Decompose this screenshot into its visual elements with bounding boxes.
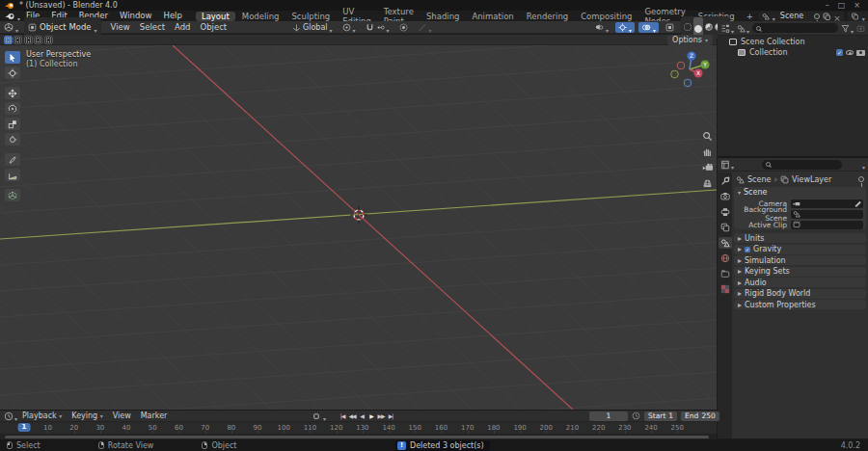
properties-search-input[interactable] — [762, 160, 842, 170]
jump-to-end-button[interactable]: ▶| — [386, 411, 395, 421]
xray-toggle[interactable] — [663, 22, 677, 33]
tool-move[interactable] — [4, 86, 21, 100]
camera-icon[interactable] — [856, 50, 865, 56]
select-mode-subtract[interactable] — [24, 36, 33, 44]
play-reverse-button[interactable]: ◀ — [357, 411, 366, 421]
workspace-tab[interactable]: Modeling — [236, 12, 285, 21]
status-report-message[interactable]: Deleted 3 object(s) — [395, 440, 490, 451]
perspective-icon[interactable] — [701, 176, 714, 189]
new-scene-button[interactable] — [823, 13, 830, 20]
pin-icon[interactable] — [814, 13, 820, 19]
proportional-editing-toggle[interactable] — [396, 22, 411, 33]
workspace-tab[interactable]: Animation — [466, 12, 519, 21]
tab-scene[interactable] — [719, 237, 732, 249]
select-mode-invert[interactable] — [34, 36, 42, 44]
tool-rotate[interactable] — [4, 101, 21, 116]
3d-viewport[interactable]: User Perspective (1) Collection — [0, 45, 717, 410]
outliner-search-input[interactable] — [752, 23, 838, 33]
proportional-falloff-selector[interactable] — [415, 22, 435, 33]
viewport-menu-item[interactable]: Select — [135, 21, 170, 34]
tab-output[interactable] — [719, 206, 732, 218]
workspace-tab[interactable]: Shading — [420, 12, 466, 21]
options-button[interactable]: Options — [667, 35, 713, 45]
timeline-ruler[interactable]: 1 10203040506070809010011012013014015016… — [0, 422, 717, 434]
next-keyframe-button[interactable]: ▶▶ — [376, 411, 386, 421]
menu-item[interactable]: Window — [114, 11, 158, 21]
tab-texture[interactable] — [719, 283, 732, 295]
tab-render[interactable] — [719, 191, 732, 202]
eyedropper-icon[interactable] — [854, 200, 861, 207]
collection-checkbox[interactable] — [836, 49, 843, 56]
collapsed-panel[interactable]: Simulation — [734, 255, 866, 265]
breadcrumb-view-layer[interactable]: ViewLayer — [792, 175, 831, 184]
camera-view-icon[interactable] — [701, 161, 714, 173]
camera-field[interactable] — [791, 199, 863, 208]
collapsed-panel[interactable]: Keying Sets — [734, 267, 866, 277]
jump-to-start-button[interactable]: |◀ — [338, 411, 347, 421]
viewport-menu-item[interactable]: Add — [170, 21, 195, 34]
pivot-point-selector[interactable] — [339, 22, 359, 33]
panel-checkbox[interactable] — [745, 247, 750, 252]
outliner-filter-scene-button[interactable] — [737, 19, 749, 38]
start-frame-field[interactable]: Start1 — [644, 411, 677, 421]
preview-range-clock-icon[interactable] — [632, 411, 640, 420]
tool-measure[interactable] — [4, 168, 21, 182]
playhead[interactable]: 1 — [18, 423, 31, 432]
outliner-row-collection[interactable]: Collection — [718, 48, 868, 57]
tool-cursor[interactable] — [4, 66, 21, 80]
tab-tool[interactable] — [719, 175, 732, 187]
transform-orientation-selector[interactable]: Global — [289, 22, 336, 33]
shading-material-icon[interactable] — [705, 23, 713, 31]
workspace-tab[interactable]: Rendering — [521, 12, 574, 21]
tab-world[interactable] — [719, 252, 732, 264]
zoom-icon[interactable] — [701, 130, 714, 143]
select-mode-set[interactable] — [4, 36, 13, 44]
collapsed-panel[interactable]: Audio — [734, 278, 866, 287]
outliner-row-scene-collection[interactable]: Scene Collection — [718, 38, 868, 46]
close-button[interactable]: × — [854, 0, 860, 11]
timeline-view-menu[interactable]: View — [108, 411, 136, 422]
timeline-scrollbar[interactable] — [5, 436, 709, 439]
select-mode-extend[interactable] — [14, 36, 22, 44]
outliner-filter-button[interactable] — [841, 19, 854, 38]
workspace-tab[interactable]: Layout — [196, 12, 235, 21]
collapsed-panel[interactable]: Units — [734, 233, 866, 243]
properties-editor-type-button[interactable] — [720, 155, 734, 173]
navigation-gizmo[interactable]: Z Y X — [668, 48, 713, 91]
collapsed-panel[interactable]: Rigid Body World — [734, 289, 866, 299]
snapping-toggle[interactable] — [363, 22, 393, 33]
outliner-new-collection-button[interactable] — [856, 24, 865, 33]
menu-item[interactable]: Help — [158, 11, 188, 21]
pan-icon[interactable] — [701, 146, 714, 158]
tool-scale[interactable] — [4, 117, 21, 131]
background-scene-field[interactable] — [791, 210, 863, 219]
viewport-menu-item[interactable]: View — [106, 21, 135, 34]
tool-transform[interactable] — [4, 132, 21, 146]
viewport-menu-item[interactable]: Object — [195, 21, 231, 34]
minimize-button[interactable]: – — [826, 0, 829, 11]
pin-icon[interactable] — [858, 176, 864, 182]
select-mode-intersect[interactable] — [44, 36, 53, 44]
overlays-toggle[interactable] — [638, 22, 659, 33]
gizmos-toggle[interactable] — [615, 22, 635, 33]
tab-collection[interactable] — [719, 268, 732, 279]
play-button[interactable]: ▶ — [366, 411, 376, 421]
gizmo-axis-neg-z[interactable] — [684, 79, 692, 87]
tool-select-box[interactable] — [4, 50, 21, 65]
keying-menu[interactable]: Keying — [67, 411, 107, 422]
scene-selector[interactable]: Scene — [759, 12, 844, 21]
gizmo-axis-neg-y[interactable] — [671, 70, 679, 78]
marker-menu[interactable]: Marker — [136, 411, 173, 422]
previous-keyframe-button[interactable]: ◀◀ — [347, 411, 357, 421]
editor-type-button[interactable] — [4, 18, 18, 37]
gizmo-axis-neg-x[interactable] — [677, 62, 685, 69]
tool-annotate[interactable] — [4, 152, 21, 167]
outliner-display-mode-button[interactable] — [720, 19, 734, 38]
current-frame-field[interactable]: 1 — [589, 411, 628, 421]
show-object-types-dropdown[interactable] — [591, 22, 611, 33]
scene-panel-header[interactable]: Scene — [734, 187, 866, 198]
breadcrumb-scene[interactable]: Scene — [747, 175, 771, 184]
tab-view-layer[interactable] — [719, 222, 732, 233]
shading-wireframe-icon[interactable] — [684, 23, 692, 31]
collapsed-panel[interactable]: Gravity — [734, 245, 866, 254]
